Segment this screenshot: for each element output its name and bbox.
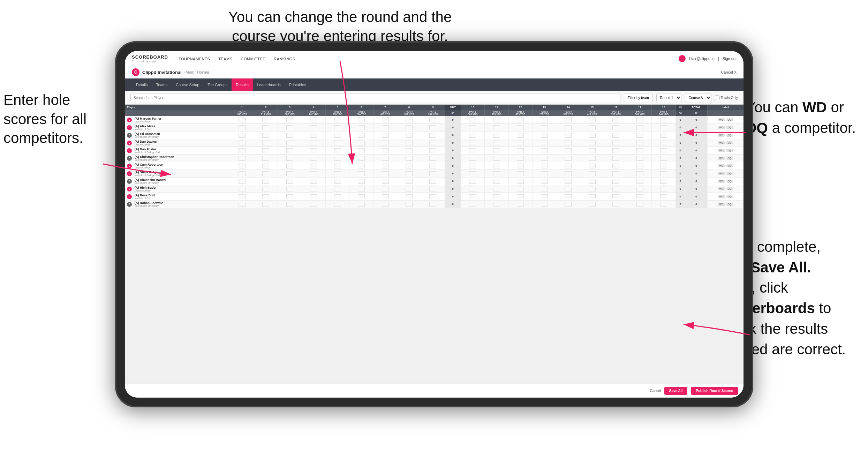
wd-dq-cell[interactable]: WD DQ (708, 170, 744, 178)
hole-9-cell[interactable] (421, 155, 445, 162)
hole-12-cell[interactable] (508, 124, 532, 131)
hole-7-cell[interactable] (373, 131, 397, 139)
hole-2-input[interactable] (262, 133, 269, 138)
dq-button[interactable]: DQ (726, 149, 733, 152)
hole-8-input[interactable] (406, 156, 413, 161)
hole-9-input[interactable] (429, 125, 436, 130)
hole-2-input[interactable] (262, 179, 269, 184)
hole-9-input[interactable] (429, 202, 436, 207)
hole-14-input[interactable] (565, 202, 572, 207)
hole-7-cell[interactable] (373, 170, 397, 178)
hole-1-cell[interactable] (230, 147, 254, 155)
hole-18-cell[interactable] (652, 185, 675, 193)
hole-15-cell[interactable] (580, 124, 604, 131)
wd-button[interactable]: WD (718, 203, 725, 206)
hole-10-cell[interactable] (461, 193, 484, 201)
hole-16-input[interactable] (612, 187, 619, 191)
hole-16-cell[interactable] (604, 193, 628, 201)
hole-16-input[interactable] (612, 194, 619, 199)
hole-3-cell[interactable] (278, 139, 302, 147)
hole-16-input[interactable] (612, 179, 619, 184)
hole-13-cell[interactable] (533, 147, 556, 155)
hole-1-cell[interactable] (230, 185, 254, 193)
hole-13-input[interactable] (541, 194, 548, 199)
hole-5-input[interactable] (334, 171, 341, 176)
hole-4-cell[interactable] (302, 185, 325, 193)
hole-14-input[interactable] (565, 179, 572, 184)
hole-14-cell[interactable] (556, 155, 580, 162)
hole-10-cell[interactable] (461, 185, 484, 193)
dq-button[interactable]: DQ (726, 118, 733, 121)
hole-11-input[interactable] (493, 141, 500, 145)
hole-17-cell[interactable] (628, 124, 651, 131)
hole-12-cell[interactable] (508, 193, 532, 201)
hole-9-cell[interactable] (421, 201, 445, 208)
hole-1-cell[interactable] (230, 193, 254, 201)
hole-7-cell[interactable] (373, 139, 397, 147)
hole-18-cell[interactable] (652, 139, 675, 147)
hole-4-input[interactable] (310, 156, 317, 161)
hole-12-cell[interactable] (508, 131, 532, 139)
hole-4-input[interactable] (310, 171, 317, 176)
hole-5-cell[interactable] (325, 147, 349, 155)
hole-9-cell[interactable] (421, 193, 445, 201)
hole-10-cell[interactable] (461, 162, 484, 170)
hole-5-input[interactable] (334, 187, 341, 191)
hole-16-cell[interactable] (604, 139, 628, 147)
hole-12-input[interactable] (517, 156, 524, 161)
hole-8-cell[interactable] (397, 131, 421, 139)
dq-button[interactable]: DQ (726, 126, 733, 129)
hole-6-input[interactable] (358, 148, 365, 153)
hole-8-cell[interactable] (397, 193, 421, 201)
hole-2-cell[interactable] (254, 131, 278, 139)
hole-8-cell[interactable] (397, 124, 421, 131)
hole-1-input[interactable] (239, 179, 246, 184)
hole-12-input[interactable] (517, 202, 524, 207)
hole-17-cell[interactable] (628, 201, 651, 208)
hole-11-cell[interactable] (485, 116, 508, 124)
hole-1-input[interactable] (239, 202, 246, 207)
hole-14-input[interactable] (565, 148, 572, 153)
hole-18-cell[interactable] (652, 170, 675, 178)
hole-3-cell[interactable] (278, 162, 302, 170)
hole-11-cell[interactable] (485, 147, 508, 155)
hole-11-input[interactable] (493, 171, 500, 176)
hole-17-cell[interactable] (628, 162, 651, 170)
wd-dq-cell[interactable]: WD DQ (708, 131, 744, 139)
hole-9-cell[interactable] (421, 124, 445, 131)
wd-button[interactable]: WD (718, 141, 725, 144)
nav-tournaments[interactable]: TOURNAMENTS (179, 57, 210, 61)
wd-button[interactable]: WD (718, 118, 725, 121)
hole-11-cell[interactable] (485, 170, 508, 178)
hole-18-cell[interactable] (652, 131, 675, 139)
hole-5-input[interactable] (334, 125, 341, 130)
hole-2-cell[interactable] (254, 185, 278, 193)
hole-3-cell[interactable] (278, 131, 302, 139)
hole-5-cell[interactable] (325, 162, 349, 170)
hole-8-input[interactable] (406, 179, 413, 184)
hole-17-cell[interactable] (628, 116, 651, 124)
hole-2-input[interactable] (262, 171, 269, 176)
hole-10-input[interactable] (469, 125, 476, 130)
dq-button[interactable]: DQ (726, 187, 733, 190)
hole-7-input[interactable] (382, 133, 389, 138)
hole-1-cell[interactable] (230, 116, 254, 124)
hole-18-input[interactable] (660, 141, 667, 145)
hole-9-cell[interactable] (421, 147, 445, 155)
hole-13-cell[interactable] (533, 201, 556, 208)
hole-8-input[interactable] (406, 118, 413, 122)
totals-only-checkbox[interactable] (715, 96, 719, 100)
wd-dq-cell[interactable]: WD DQ (708, 185, 744, 193)
hole-3-cell[interactable] (278, 185, 302, 193)
hole-16-input[interactable] (612, 125, 619, 130)
hole-14-cell[interactable] (556, 116, 580, 124)
hole-15-cell[interactable] (580, 178, 604, 185)
hole-18-cell[interactable] (652, 178, 675, 185)
hole-10-cell[interactable] (461, 170, 484, 178)
hole-1-cell[interactable] (230, 201, 254, 208)
hole-6-input[interactable] (358, 202, 365, 207)
hole-15-cell[interactable] (580, 170, 604, 178)
hole-14-input[interactable] (565, 156, 572, 161)
hole-14-input[interactable] (565, 164, 572, 168)
hole-9-input[interactable] (429, 118, 436, 122)
